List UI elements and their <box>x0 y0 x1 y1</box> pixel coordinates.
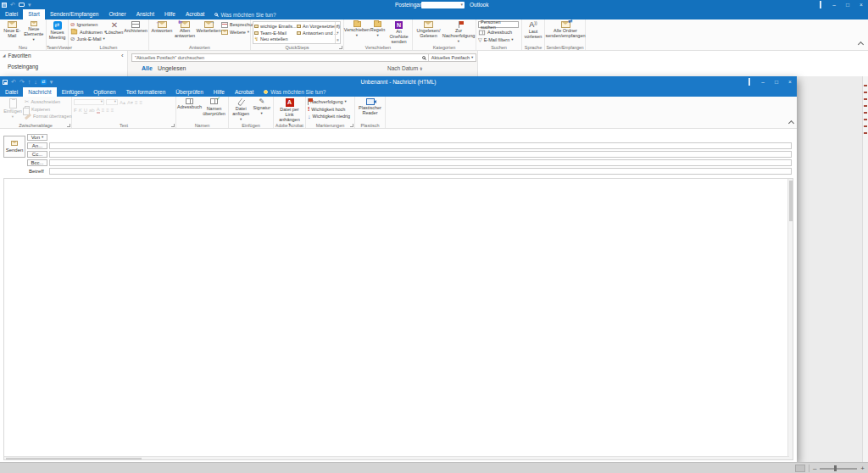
tell-me-box[interactable]: Was möchten Sie tun? <box>209 9 281 19</box>
collapse-folder-pane-icon[interactable]: ‹ <box>121 52 124 59</box>
quickstep-item[interactable]: wichtige Emails... <box>254 23 295 30</box>
immersive-reader-button[interactable]: Plastischer Reader <box>357 98 383 116</box>
font-name-select[interactable]: ▾ <box>74 99 104 105</box>
cc-button[interactable]: Cc... <box>27 151 47 158</box>
sidebar-item-posteingang[interactable]: Posteingang <box>8 64 38 70</box>
send-receive-all-button[interactable]: ⇄Alle Ordner senden/empfangen <box>547 21 584 39</box>
clipboard-dialog-launcher[interactable] <box>67 124 70 127</box>
teamviewer-qat-icon[interactable]: ⇄ <box>41 79 47 85</box>
tab-ansicht[interactable]: Ansicht <box>131 9 159 19</box>
tab-datei[interactable]: Datei <box>0 87 23 97</box>
next-item-icon[interactable]: ↓ <box>34 79 37 85</box>
minimize-icon[interactable]: – <box>756 76 770 87</box>
quickstep-item[interactable]: ↯Neu erstellen <box>254 36 295 42</box>
ignore-button[interactable]: ⊘Ignorieren <box>70 21 104 29</box>
shrink-font-icon[interactable]: A▾ <box>127 100 133 105</box>
reply-button[interactable]: ←Antworten <box>151 21 173 34</box>
address-book-button[interactable]: Adressbuch <box>478 29 520 36</box>
from-button[interactable]: Von▾ <box>27 134 47 141</box>
font-size-select[interactable]: ▾ <box>106 99 118 105</box>
low-importance-button[interactable]: ↓Wichtigkeit niedrig <box>308 113 352 120</box>
follow-up-button[interactable]: Nachverfolgung▾ <box>308 98 352 106</box>
send-button[interactable]: Senden <box>3 136 25 158</box>
zoom-out-icon[interactable]: – <box>813 465 816 472</box>
redo-icon[interactable]: ↷ <box>19 79 25 85</box>
ribbon-display-options-icon[interactable] <box>743 76 756 87</box>
archive-button[interactable]: Archivieren <box>125 21 147 34</box>
maximize-icon[interactable]: □ <box>841 0 854 9</box>
text-dialog-launcher[interactable] <box>171 124 175 127</box>
highlight-icon[interactable]: ab <box>89 108 95 113</box>
bcc-button[interactable]: Bcc... <box>27 159 47 166</box>
tab-datei[interactable]: Datei <box>0 9 23 19</box>
subject-field[interactable] <box>49 168 792 175</box>
filter-ungelesen[interactable]: Ungelesen <box>158 65 186 71</box>
sort-direction-icon[interactable]: ↑ <box>420 65 422 71</box>
underline-icon[interactable]: U <box>84 108 87 113</box>
qat-customize-icon[interactable]: ▾ <box>28 2 31 8</box>
minimize-icon[interactable]: – <box>827 0 841 9</box>
followup-button[interactable]: Zur Nachverfolgung▾ <box>443 21 474 43</box>
zoom-slider[interactable] <box>820 468 857 470</box>
bullet-list-icon[interactable]: ≡ <box>135 100 138 105</box>
previous-item-icon[interactable]: ↑ <box>28 79 31 85</box>
quicksteps-dialog-launcher[interactable] <box>339 46 342 49</box>
close-icon[interactable]: × <box>854 0 868 9</box>
tab-nachricht[interactable]: Nachricht <box>23 87 56 97</box>
zoom-in-icon[interactable]: + <box>860 465 865 472</box>
titlebar-search-box[interactable]: ▾ <box>421 2 465 8</box>
quickstep-item[interactable]: Team-E-Mail <box>254 30 295 36</box>
to-button[interactable]: An... <box>27 142 47 149</box>
scrollbar-thumb[interactable] <box>789 181 793 221</box>
bold-icon[interactable]: F <box>74 108 77 113</box>
filter-all[interactable]: Alle <box>142 65 153 71</box>
tab-start[interactable]: Start <box>23 9 45 19</box>
more-button[interactable]: Weitere▾ <box>221 29 248 36</box>
quickstep-item[interactable]: Antworten und ... <box>297 30 334 36</box>
people-search-box[interactable]: Personen suchen <box>478 21 519 28</box>
cleanup-button[interactable]: Aufräumen▾ <box>70 29 104 36</box>
search-scope-dropdown[interactable]: Aktuelles Postfach▾ <box>429 55 476 60</box>
new-items-button[interactable]: Neue Elemente▾ <box>24 21 45 42</box>
new-email-button[interactable]: Neue E-Mail <box>2 21 23 39</box>
maximize-icon[interactable]: □ <box>770 76 783 87</box>
check-names-button[interactable]: ✓Namen überprüfen <box>202 98 226 116</box>
number-list-icon[interactable]: ≡ <box>140 100 143 105</box>
to-field[interactable] <box>49 142 792 149</box>
tab-hilfe[interactable]: Hilfe <box>159 9 181 19</box>
attach-file-button[interactable]: Datei anfügen▾ <box>231 98 251 121</box>
body-vertical-scrollbar[interactable] <box>787 179 793 459</box>
view-mode-icon[interactable] <box>795 465 805 472</box>
cut-button[interactable]: ✂Ausschneiden <box>25 98 65 106</box>
tab-ordner[interactable]: Ordner <box>103 9 131 19</box>
delete-button[interactable]: ✕Löschen <box>105 21 124 36</box>
forward-button[interactable]: →Weiterleiten <box>197 21 220 34</box>
collapse-ribbon-icon[interactable] <box>788 120 794 126</box>
font-color-icon[interactable]: A <box>97 107 100 114</box>
grow-font-icon[interactable]: A▴ <box>120 100 125 105</box>
zoom-slider-thumb[interactable] <box>834 465 837 471</box>
paste-button[interactable]: Einfügen▾ <box>2 98 24 119</box>
undo-icon[interactable]: ↶ <box>11 79 16 85</box>
save-icon[interactable] <box>3 80 8 85</box>
align-center-icon[interactable]: ≡ <box>106 108 109 113</box>
quicksteps-scroll[interactable]: ▴▾≡ <box>335 22 340 43</box>
tab-acrobat[interactable]: Acrobat <box>230 87 259 97</box>
cc-field[interactable] <box>49 151 792 158</box>
mail-search-box[interactable]: "Aktuelles Postfach" durchsuchen Aktuell… <box>131 53 476 62</box>
tell-me-box[interactable]: Was möchten Sie tun? <box>259 87 331 97</box>
qat-customize-icon[interactable]: ▾ <box>50 79 53 85</box>
ribbon-display-options-icon[interactable] <box>814 0 827 9</box>
italic-icon[interactable]: K <box>79 108 82 113</box>
message-body[interactable] <box>3 178 793 460</box>
send-receive-icon[interactable] <box>2 3 7 8</box>
copy-button[interactable]: Kopieren <box>25 106 65 114</box>
tab-senden-empfangen[interactable]: Senden/Empfangen <box>45 9 103 19</box>
tab-einfuegen[interactable]: Einfügen <box>57 87 89 97</box>
tab-text-formatieren[interactable]: Text formatieren <box>121 87 171 97</box>
main-scrollbar[interactable] <box>862 76 868 462</box>
read-aloud-button[interactable]: A))Laut vorlesen <box>524 21 542 40</box>
print-icon[interactable] <box>19 3 25 7</box>
meeting-button[interactable]: Besprechung <box>221 21 248 29</box>
rules-button[interactable]: Regeln▾ <box>369 21 387 37</box>
